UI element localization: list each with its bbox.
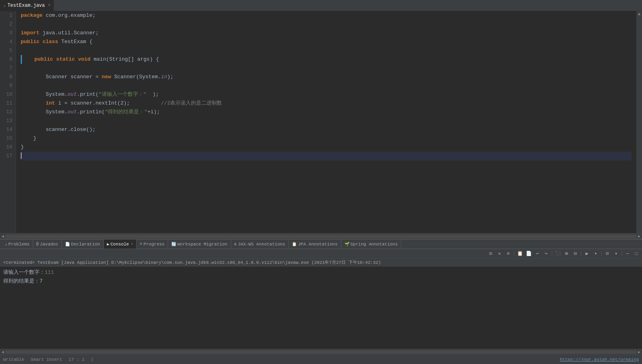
console-tab-icon: ⚙ — [234, 242, 237, 247]
status-bar-right: https://jnor.astah.net/ureaing — [560, 357, 639, 362]
line-number: 8 — [3, 73, 12, 81]
console-output-line2: 得到的结果是：7 — [3, 277, 639, 286]
code-line: Scanner scanner = new Scanner(System.in)… — [21, 73, 632, 81]
scroll-up-arrow[interactable]: ▲ — [638, 12, 640, 16]
code-line: } — [21, 143, 632, 152]
code-line: public class TestExam { — [21, 38, 632, 46]
editor-hscroll[interactable]: ◀ ▶ — [0, 233, 642, 239]
hscroll-right-arrow[interactable]: ▶ — [636, 234, 642, 239]
status-bar: Writable Smart Insert 17 : 1 | https://j… — [0, 354, 642, 364]
toolbar-btn-3[interactable]: ⊘ — [504, 250, 512, 258]
console-tab-icon: @ — [36, 242, 39, 246]
code-line: package com.org.example; — [21, 11, 632, 20]
line-number: 10 — [3, 90, 12, 99]
toolbar-separator-4 — [601, 251, 602, 257]
console-tab-close-icon[interactable]: × — [131, 242, 133, 246]
editor-scroll-area[interactable]: 1234567891011121314151617 package com.or… — [0, 11, 636, 233]
line-number: 7 — [3, 64, 12, 73]
toolbar-separator-5 — [622, 251, 622, 257]
console-tab-icon: ≡ — [140, 242, 142, 246]
hscroll-left-arrow[interactable]: ◀ — [0, 234, 6, 239]
toolbar-btn-9[interactable]: ⊞ — [563, 250, 571, 258]
console-hscroll-track[interactable] — [6, 350, 636, 354]
code-line: System.out.println("得到的结果是："+i); — [21, 108, 632, 117]
console-tab-label: JAX-WS Annotations — [238, 242, 285, 247]
console-tab-jpa-annotations[interactable]: 📋JPA Annotations — [289, 239, 341, 249]
toolbar-btn-12[interactable]: ⊡ — [603, 250, 611, 258]
console-tab-label: Progress — [143, 242, 164, 247]
toolbar-btn-8[interactable]: ⬛ — [554, 250, 562, 258]
line-number: 11 — [3, 99, 12, 108]
console-tab-problems[interactable]: ⚠Problems — [2, 239, 33, 249]
line-number: 4 — [3, 38, 12, 46]
console-tab-label: Spring Annotations — [351, 242, 398, 247]
console-tab-spring-annotations[interactable]: 🌱Spring Annotations — [341, 239, 402, 249]
code-lines[interactable]: package com.org.example; import java.uti… — [16, 11, 636, 233]
tab-label: TestExam.java — [8, 3, 45, 8]
status-writable: Writable — [3, 357, 24, 362]
console-input-value: 111 — [45, 269, 54, 275]
console-tab-workspace-migration[interactable]: 🔄Workspace Migration — [168, 239, 231, 249]
toolbar-btn-4[interactable]: 📋 — [516, 250, 524, 258]
line-number: 17 — [3, 152, 12, 160]
toolbar-btn-10[interactable]: ⊟ — [571, 250, 579, 258]
console-hscroll[interactable]: ◀ ▶ — [0, 349, 642, 354]
toolbar-btn-dropdown2[interactable]: ▾ — [612, 250, 620, 258]
console-output[interactable]: 请输入一个数字：111 得到的结果是：7 — [0, 267, 642, 349]
code-line: import java.util.Scanner; — [21, 29, 632, 38]
console-tab-label: Console — [111, 242, 129, 247]
code-line — [21, 46, 632, 55]
tab-icon: ☕ — [3, 3, 6, 8]
console-tab-icon: ⚠ — [5, 242, 7, 247]
console-hscroll-right[interactable]: ▶ — [636, 350, 642, 354]
toolbar-separator-3 — [581, 251, 581, 257]
tab-bar: ☕ TestExam.java × — [0, 0, 642, 11]
code-line — [21, 81, 632, 90]
console-toolbar: ⊡ ✕ ⊘ 📋 📄 ↩ ↪ ⬛ ⊞ ⊟ ▶ ▾ ⊡ ▾ — □ — [0, 249, 642, 259]
console-tab-label: JPA Annotations — [298, 242, 337, 247]
toolbar-btn-5[interactable]: 📄 — [525, 250, 533, 258]
editor-area: 1234567891011121314151617 package com.or… — [0, 11, 642, 233]
status-position: 17 : 1 — [69, 357, 85, 362]
line-number: 6 — [3, 55, 12, 64]
tab-close-icon[interactable]: × — [48, 3, 50, 8]
console-tab-icon: ▶ — [107, 242, 109, 247]
code-line — [21, 64, 632, 73]
console-tab-declaration[interactable]: 📄Declaration — [62, 239, 104, 249]
toolbar-btn-maximize[interactable]: □ — [632, 250, 640, 258]
console-tab-progress[interactable]: ≡Progress — [137, 239, 168, 249]
line-number: 13 — [3, 117, 12, 125]
status-link[interactable]: https://jnor.astah.net/ureaing — [560, 357, 639, 362]
line-number: 15 — [3, 134, 12, 143]
status-separator: | — [91, 357, 94, 362]
console-tab-console[interactable]: ▶Console× — [104, 239, 137, 249]
console-tab-label: Declaration — [71, 242, 100, 247]
toolbar-btn-1[interactable]: ⊡ — [487, 250, 495, 258]
console-tab-label: Workspace Migration — [177, 242, 227, 247]
line-numbers: 1234567891011121314151617 — [0, 11, 16, 233]
line-number: 9 — [3, 81, 12, 90]
line-number: 12 — [3, 108, 12, 117]
toolbar-btn-11[interactable]: ▶ — [583, 250, 591, 258]
code-line: int i = scanner.nextInt(2); //2表示读入的是二进制… — [21, 99, 632, 108]
right-gutter: ▲ — [636, 11, 642, 233]
console-hscroll-left[interactable]: ◀ — [0, 350, 6, 354]
toolbar-btn-6[interactable]: ↩ — [533, 250, 541, 258]
toolbar-btn-dropdown[interactable]: ▾ — [592, 250, 600, 258]
code-line — [21, 20, 632, 29]
hscroll-track[interactable] — [6, 235, 636, 238]
toolbar-separator-2 — [552, 251, 552, 257]
line-number: 14 — [3, 125, 12, 134]
line-number: 3 — [3, 29, 12, 38]
line-number: 16 — [3, 143, 12, 152]
toolbar-btn-minimize[interactable]: — — [624, 250, 632, 258]
editor-tab[interactable]: ☕ TestExam.java × — [0, 0, 54, 11]
console-tab-label: Problems — [8, 242, 30, 247]
toolbar-btn-close[interactable]: ✕ — [495, 250, 503, 258]
toolbar-btn-7[interactable]: ↪ — [542, 250, 550, 258]
console-tab-icon: 🌱 — [345, 242, 349, 247]
console-tab-jax-ws-annotations[interactable]: ⚙JAX-WS Annotations — [231, 239, 289, 249]
console-tab-javadoc[interactable]: @Javadoc — [33, 239, 62, 249]
line-number: 1 — [3, 11, 12, 20]
code-line: } — [21, 134, 632, 143]
